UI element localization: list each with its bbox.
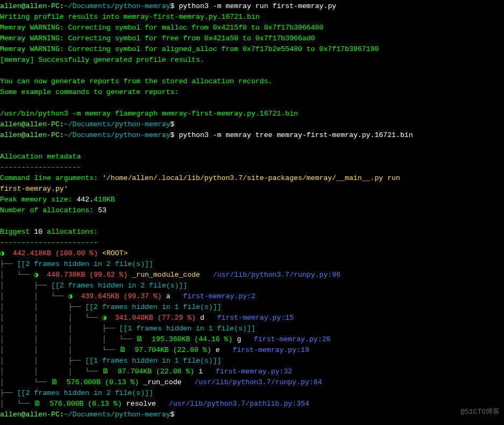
command-text[interactable]: python3 -m memray run first-memray.py (175, 2, 337, 10)
tree-loc: first-memray.py:26 (254, 335, 330, 343)
tree-hidden-text: [[2 frames hidden in 1 file(s)]] (85, 303, 221, 311)
tree-node: │ │ │ └── 🗎 97.704KB (22.08 %) e first-m… (0, 345, 504, 356)
command-text[interactable]: python3 -m memray tree memray-first-memr… (175, 131, 413, 139)
alloc-count-line: Number of allocations: 53 (0, 205, 504, 216)
biggest-a: Biggest (0, 228, 34, 236)
cli-label: Command line arguments: (0, 174, 102, 182)
tree-size: 341.940KB (77.29 %) (111, 314, 200, 322)
output-line: You can now generate reports from the st… (0, 76, 504, 87)
blank-line (0, 98, 504, 109)
output-line: Memray WARNING: Correcting symbol for al… (0, 44, 504, 55)
doc-icon: 🗎 (51, 378, 62, 386)
alloc-label: Number of allocations: (0, 206, 98, 214)
meta-separator: ------------------- (0, 162, 504, 173)
output-line: /usr/bin/python3 -m memray flamegraph me… (0, 109, 504, 119)
tree-branch: ├── (0, 260, 17, 268)
tree-size: 576.000B (0.13 %) (62, 378, 143, 386)
tree-func: i (198, 368, 203, 376)
tree-size: 97.704KB (22.08 %) (113, 368, 198, 376)
tree-hidden-text: [[2 frames hidden in 2 file(s)]] (17, 260, 153, 268)
prompt-path: ~/Documents/python-memray (64, 2, 171, 10)
tree-loc: /usr/lib/python3.7/pathlib.py:354 (169, 400, 309, 408)
tree-hidden: │ ├── [[2 frames hidden in 2 file(s)]] (0, 280, 504, 291)
tree-node: │ └── 🗎 576.000B (0.13 %) _run_code /usr… (0, 377, 504, 388)
tree-node: │ └── 🗎 576.000B (0.13 %) resolve /usr/l… (0, 399, 504, 409)
prompt-user: allen@allen-PC (0, 120, 60, 128)
tree-loc: /usr/lib/python3.7/runpy.py:84 (194, 378, 322, 386)
cli-args-line: Command line arguments: '/home/allen/.lo… (0, 173, 504, 184)
tree-hidden: │ │ │ ├── [[1 frames hidden in 1 file(s)… (0, 323, 504, 334)
doc-icon: 🗎 (136, 335, 147, 343)
tree-hidden-text: [[2 frames hidden in 2 file(s)]] (51, 282, 187, 290)
tree-func: d (200, 314, 204, 322)
tree-loc: /usr/lib/python3.7/runpy.py:96 (213, 271, 340, 279)
refresh-icon: ◑ (102, 314, 111, 322)
tree-size: 97.704KB (22.08 %) (131, 346, 216, 354)
tree-node: │ │ │ └── 🗎 97.704KB (22.08 %) i first-m… (0, 366, 504, 377)
terminal-line: allen@allen-PC:~/Documents/python-memray… (0, 130, 504, 141)
cli-value-cont: first-memray.py' (0, 184, 504, 195)
prompt-dollar: $ (171, 120, 175, 128)
blank-line (0, 141, 504, 152)
prompt-path: ~/Documents/python-memray (64, 120, 171, 128)
tree-func: _run_code (143, 378, 181, 386)
tree-func: resolve (126, 400, 156, 408)
tree-size: 439.645KB (99.37 %) (76, 292, 166, 300)
biggest-separator: ----------------------- (0, 237, 504, 248)
tree-loc: first-memray.py:2 (183, 292, 255, 300)
prompt-user: allen@allen-PC (0, 131, 60, 139)
refresh-icon: ◑ (34, 271, 42, 279)
prompt-colon: : (60, 120, 64, 128)
prompt-colon: : (60, 131, 64, 139)
tree-hidden-text: [[2 frames hidden in 2 file(s)]] (17, 389, 153, 397)
prompt-path: ~/Documents/python-memray (64, 410, 171, 419)
watermark-text: @51CTO博客 (460, 407, 500, 417)
peak-memory-line: Peak memory size: 442.418KB (0, 195, 504, 205)
doc-icon: 🗎 (102, 368, 113, 376)
prompt-user: allen@allen-PC (0, 2, 60, 10)
doc-icon: 🗎 (34, 400, 45, 408)
tree-hidden: ├── [[2 frames hidden in 2 file(s)]] (0, 388, 504, 399)
output-line: Memray WARNING: Correcting symbol for fr… (0, 33, 504, 44)
tree-hidden-text: [[1 frames hidden in 1 file(s)]] (85, 357, 221, 365)
tree-size: 576.000B (0.13 %) (45, 400, 126, 408)
terminal-line: allen@allen-PC:~/Documents/python-memray… (0, 119, 504, 130)
refresh-icon: ◑ (0, 249, 9, 257)
prompt-colon: : (60, 410, 64, 419)
prompt-colon: : (60, 2, 64, 10)
tree-node: │ │ └── ◑ 439.645KB (99.37 %) a first-me… (0, 291, 504, 302)
tree-hidden: │ │ ├── [[1 frames hidden in 1 file(s)]] (0, 356, 504, 366)
tree-loc: first-memray.py:32 (216, 368, 292, 376)
tree-size: 440.738KB (99.62 %) (42, 271, 132, 279)
tree-func: a (166, 292, 171, 300)
output-line: Writing profile results into memray-firs… (0, 12, 504, 23)
tree-func: _run_module_code (132, 271, 200, 279)
meta-header: Allocation metadata (0, 152, 504, 162)
cli-value: '/home/allen/.local/lib/python3.7/site-p… (102, 174, 404, 182)
tree-hidden-text: [[1 frames hidden in 1 file(s)]] (119, 325, 255, 333)
prompt-path: ~/Documents/python-memray (64, 131, 171, 139)
output-line: [memray] Successfully generated profile … (0, 55, 504, 66)
tree-node: │ └── ◑ 440.738KB (99.62 %) _run_module_… (0, 270, 504, 280)
biggest-n: 10 (34, 228, 42, 236)
tree-size: 195.360KB (44.16 %) (147, 335, 237, 343)
alloc-num: 53 (98, 206, 107, 214)
tree-loc: first-memray.py:19 (232, 346, 309, 354)
terminal-line: allen@allen-PC:~/Documents/python-memray… (0, 409, 504, 420)
tree-func: e (216, 346, 220, 354)
blank-line (0, 216, 504, 227)
output-line: Some example commands to generate report… (0, 87, 504, 98)
biggest-c: allocations: (42, 228, 98, 236)
peak-label: Peak memory size: (0, 196, 76, 204)
output-line: Memray WARNING: Correcting symbol for ma… (0, 23, 504, 33)
peak-num: 442. (76, 196, 94, 204)
peak-rest: 418KB (94, 196, 115, 204)
tree-node: │ │ │ │ └── 🗎 195.360KB (44.16 %) g firs… (0, 334, 504, 345)
tree-size: 442.418KB (100.00 %) (9, 249, 102, 257)
terminal-line: allen@allen-PC:~/Documents/python-memray… (0, 1, 504, 12)
tree-node: │ │ │ └── ◑ 341.940KB (77.29 %) d first-… (0, 313, 504, 323)
tree-loc: first-memray.py:15 (217, 314, 294, 322)
tree-root: ◑ 442.418KB (100.00 %) <ROOT> (0, 248, 504, 259)
refresh-icon: ◑ (68, 292, 77, 300)
prompt-dollar: $ (171, 410, 175, 419)
